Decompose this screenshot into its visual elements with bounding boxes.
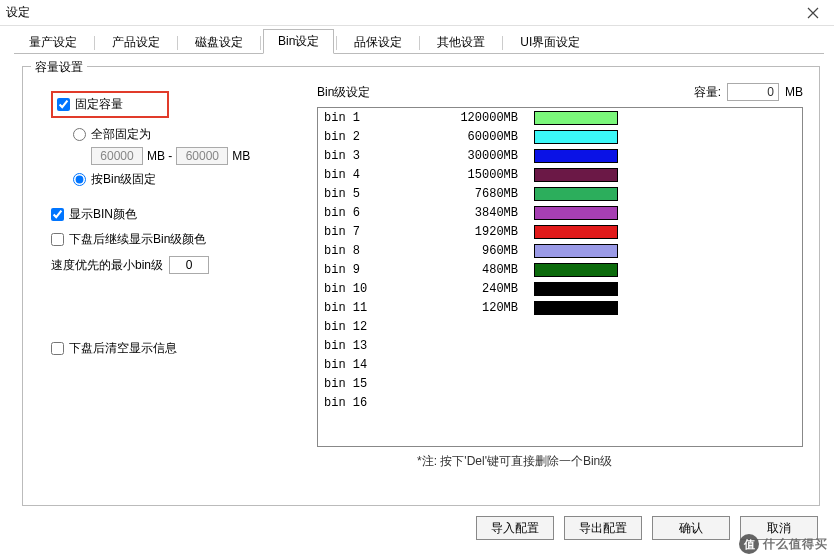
tab-3[interactable]: Bin设定 — [263, 29, 334, 54]
bin-color-swatch — [534, 206, 618, 220]
bin-name: bin 12 — [324, 320, 424, 334]
bin-value: 480MB — [424, 263, 534, 277]
tab-separator — [502, 36, 503, 50]
import-config-button[interactable]: 导入配置 — [476, 516, 554, 540]
bin-name: bin 9 — [324, 263, 424, 277]
fix-capacity-checkbox[interactable] — [57, 98, 70, 111]
bin-name: bin 14 — [324, 358, 424, 372]
bin-row[interactable]: bin 16 — [318, 393, 802, 412]
capacity-label: 容量: — [694, 84, 721, 101]
tab-separator — [177, 36, 178, 50]
bin-row[interactable]: bin 11120MB — [318, 298, 802, 317]
tab-4[interactable]: 品保设定 — [339, 30, 417, 54]
bin-name: bin 16 — [324, 396, 424, 410]
fix-capacity-row: 固定容量 — [51, 91, 307, 118]
bin-row[interactable]: bin 63840MB — [318, 203, 802, 222]
bin-color-swatch — [534, 168, 618, 182]
bin-row[interactable]: bin 8960MB — [318, 241, 802, 260]
bin-name: bin 7 — [324, 225, 424, 239]
bin-value: 120MB — [424, 301, 534, 315]
close-icon[interactable] — [798, 3, 828, 23]
bin-row[interactable]: bin 15 — [318, 374, 802, 393]
clear-after-checkbox[interactable] — [51, 342, 64, 355]
capacity-input[interactable] — [727, 83, 779, 101]
bin-color-swatch — [534, 130, 618, 144]
bin-row[interactable]: bin 14 — [318, 355, 802, 374]
range-end-label: MB — [232, 149, 250, 163]
bin-value: 120000MB — [424, 111, 534, 125]
tab-0[interactable]: 量产设定 — [14, 30, 92, 54]
fix-capacity-highlight: 固定容量 — [51, 91, 169, 118]
left-column: 固定容量 全部固定为 MB - MB 按Bin级固定 显示BIN颜色 下盘后继续… — [33, 81, 313, 495]
clear-after-row: 下盘后清空显示信息 — [51, 340, 307, 357]
bin-color-swatch — [534, 225, 618, 239]
window-titlebar: 设定 — [0, 0, 834, 26]
clear-after-label: 下盘后清空显示信息 — [69, 340, 177, 357]
ok-button[interactable]: 确认 — [652, 516, 730, 540]
tab-1[interactable]: 产品设定 — [97, 30, 175, 54]
capacity-mb-unit: MB — [785, 85, 803, 99]
bin-value: 7680MB — [424, 187, 534, 201]
bin-name: bin 2 — [324, 130, 424, 144]
fix-capacity-label: 固定容量 — [75, 96, 123, 113]
keep-color-checkbox[interactable] — [51, 233, 64, 246]
speed-min-bin-row: 速度优先的最小bin级 — [51, 256, 307, 274]
bin-name: bin 6 — [324, 206, 424, 220]
tab-2[interactable]: 磁盘设定 — [180, 30, 258, 54]
tabs: 量产设定产品设定磁盘设定Bin设定品保设定其他设置UI界面设定 — [14, 32, 824, 54]
bin-name: bin 4 — [324, 168, 424, 182]
bin-value: 30000MB — [424, 149, 534, 163]
bin-name: bin 13 — [324, 339, 424, 353]
footer-buttons: 导入配置 导出配置 确认 取消 — [0, 512, 834, 540]
keep-color-label: 下盘后继续显示Bin级颜色 — [69, 231, 206, 248]
show-bin-color-label: 显示BIN颜色 — [69, 206, 137, 223]
mb-range-row: MB - MB — [91, 147, 307, 165]
range-from-input[interactable] — [91, 147, 143, 165]
range-sep-label: MB - — [147, 149, 172, 163]
bin-list[interactable]: bin 1120000MBbin 260000MBbin 330000MBbin… — [317, 107, 803, 447]
bin-color-swatch — [534, 244, 618, 258]
range-to-input[interactable] — [176, 147, 228, 165]
show-bin-color-checkbox[interactable] — [51, 208, 64, 221]
bin-color-swatch — [534, 263, 618, 277]
bin-row[interactable]: bin 13 — [318, 336, 802, 355]
watermark-text: 什么值得买 — [763, 536, 828, 553]
right-column: Bin级设定 容量: MB bin 1120000MBbin 260000MBb… — [313, 81, 809, 495]
bin-row[interactable]: bin 71920MB — [318, 222, 802, 241]
watermark: 值 什么值得买 — [739, 534, 828, 554]
bin-color-swatch — [534, 301, 618, 315]
by-bin-label: 按Bin级固定 — [91, 171, 156, 188]
bin-row[interactable]: bin 1120000MB — [318, 108, 802, 127]
bin-delete-note: *注: 按下'Del'键可直接删除一个Bin级 — [317, 453, 803, 470]
bin-row[interactable]: bin 10240MB — [318, 279, 802, 298]
tab-5[interactable]: 其他设置 — [422, 30, 500, 54]
bin-row[interactable]: bin 260000MB — [318, 127, 802, 146]
all-fixed-label: 全部固定为 — [91, 126, 151, 143]
bin-color-swatch — [534, 187, 618, 201]
tab-6[interactable]: UI界面设定 — [505, 30, 595, 54]
bin-name: bin 5 — [324, 187, 424, 201]
bin-row[interactable]: bin 12 — [318, 317, 802, 336]
tab-separator — [260, 36, 261, 50]
bin-color-swatch — [534, 111, 618, 125]
capacity-fieldset: 容量设置 固定容量 全部固定为 MB - MB 按Bin级固定 显示BIN颜色 — [22, 66, 820, 506]
bin-value: 960MB — [424, 244, 534, 258]
bin-name: bin 15 — [324, 377, 424, 391]
by-bin-radio[interactable] — [73, 173, 86, 186]
bin-color-swatch — [534, 149, 618, 163]
bin-row[interactable]: bin 9480MB — [318, 260, 802, 279]
bin-row[interactable]: bin 57680MB — [318, 184, 802, 203]
bin-row[interactable]: bin 415000MB — [318, 165, 802, 184]
all-fixed-radio[interactable] — [73, 128, 86, 141]
bin-name: bin 8 — [324, 244, 424, 258]
bin-row[interactable]: bin 330000MB — [318, 146, 802, 165]
by-bin-row: 按Bin级固定 — [73, 171, 307, 188]
speed-min-bin-input[interactable] — [169, 256, 209, 274]
bin-color-swatch — [534, 282, 618, 296]
bin-value: 60000MB — [424, 130, 534, 144]
export-config-button[interactable]: 导出配置 — [564, 516, 642, 540]
bin-header: Bin级设定 容量: MB — [317, 83, 803, 101]
bin-value: 1920MB — [424, 225, 534, 239]
all-fixed-row: 全部固定为 — [73, 126, 307, 143]
bin-value: 3840MB — [424, 206, 534, 220]
